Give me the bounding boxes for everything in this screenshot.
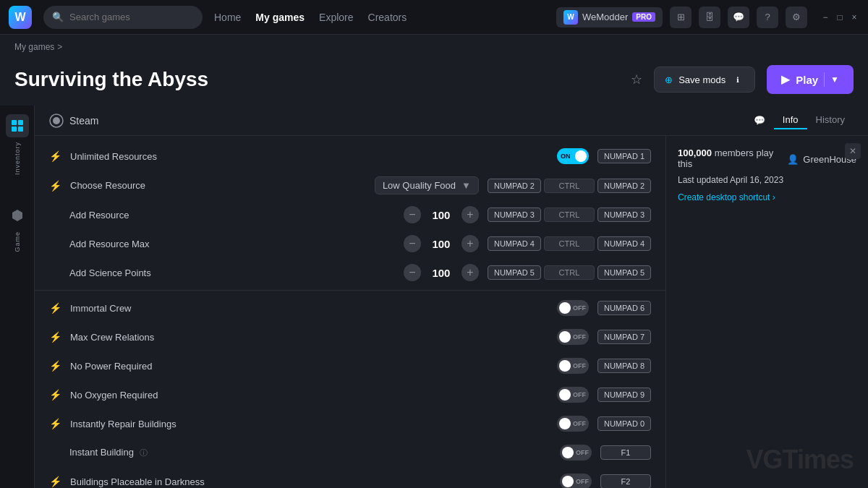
lightning-icon-choose: ⚡ [49, 180, 61, 192]
search-input[interactable] [69, 12, 194, 22]
toggle-knob-darkness [562, 476, 574, 487]
keybind-choose-2[interactable]: NUMPAD 2 [597, 179, 651, 193]
content-wrapper: Steam 💬 Info History ⚡ Unlimited Resourc… [35, 106, 868, 488]
sidebar-game-icon[interactable] [6, 204, 29, 227]
breadcrumb: My games > [0, 35, 868, 59]
user-avatar: W [563, 10, 578, 25]
keybind-science-2[interactable]: NUMPAD 5 [597, 265, 651, 280]
keybind-add-resource-1[interactable]: NUMPAD 3 [488, 207, 541, 222]
increment-add-resource-btn[interactable]: + [461, 206, 479, 223]
toggle-immortal-crew[interactable]: OFF [557, 300, 589, 316]
keybind-no-oxygen[interactable]: NUMPAD 9 [597, 388, 651, 402]
user-icon: 👤 [787, 154, 799, 165]
keybind-add-resource-ctrl[interactable]: CTRL [544, 207, 595, 222]
decrement-science-btn[interactable]: − [404, 264, 421, 281]
tab-history[interactable]: History [807, 111, 854, 129]
increment-science-btn[interactable]: + [461, 264, 479, 281]
close-panel-btn[interactable]: ✕ [845, 143, 861, 159]
toggle-unlimited-resources[interactable]: ON [557, 148, 589, 164]
help-icon-btn[interactable]: ? [757, 7, 778, 28]
controller-icon-btn[interactable]: ⊞ [670, 7, 692, 28]
toggle-knob-repair [559, 418, 571, 429]
mod-name-buildings-darkness: Buildings Placeable in Darkness [70, 476, 551, 487]
keybind-no-power[interactable]: NUMPAD 8 [597, 359, 651, 373]
settings-icon-btn[interactable]: ⚙ [786, 7, 807, 28]
discord-icon-btn[interactable]: 💬 [728, 7, 749, 28]
play-button[interactable]: ▶ Play ▼ [767, 65, 854, 94]
toggle-label-crew: OFF [573, 333, 586, 341]
mod-row-add-resource: Add Resource − 100 + NUMPAD 3 CTRL NUMPA… [35, 200, 665, 229]
mod-row-no-oxygen: ⚡ No Oxygen Required OFF NUMPAD 9 [35, 380, 665, 409]
mod-name-add-resource: Add Resource [69, 210, 395, 221]
search-bar[interactable]: 🔍 [43, 6, 203, 29]
keybind-unlimited-resources[interactable]: NUMPAD 1 [597, 149, 651, 163]
user-badge[interactable]: W WeModder PRO [556, 7, 663, 27]
keybind-science-ctrl[interactable]: CTRL [544, 265, 595, 280]
toggle-buildings-darkness[interactable]: OFF [560, 474, 592, 488]
dropdown-arrow-icon: ▼ [461, 180, 471, 191]
keybind-instant-building[interactable]: F1 [600, 445, 651, 460]
game-header: Surviving the Abyss ☆ ⊕ Save mods ℹ ▶ Pl… [0, 59, 868, 106]
info-icon-instant-building[interactable]: ⓘ [140, 448, 148, 457]
maximize-btn[interactable]: □ [835, 12, 845, 22]
close-btn[interactable]: × [849, 12, 859, 22]
toggle-label-off: OFF [573, 304, 586, 312]
tab-info[interactable]: Info [774, 111, 807, 129]
svg-point-5 [53, 117, 60, 124]
mod-name-add-resource-max: Add Resource Max [69, 239, 395, 249]
decrement-add-max-btn[interactable]: − [404, 235, 421, 252]
mod-name-choose-resource: Choose Resource [70, 180, 366, 191]
keybind-max-crew[interactable]: NUMPAD 7 [597, 330, 651, 344]
keybind-choose-ctrl[interactable]: CTRL [544, 179, 595, 193]
svg-rect-2 [12, 127, 17, 132]
main-layout: Inventory Game Steam 💬 Info History [0, 106, 868, 488]
favorite-star-btn[interactable]: ☆ [631, 72, 642, 87]
right-panel: ✕ 100,000 members play this 👤 GreenHouse… [665, 136, 868, 488]
toggle-label-on: ON [561, 153, 571, 160]
toggle-label-power: OFF [573, 362, 586, 369]
play-dropdown-arrow[interactable]: ▼ [830, 74, 839, 85]
nav-home[interactable]: Home [214, 12, 241, 23]
toggle-instant-repair[interactable]: OFF [557, 416, 589, 432]
toggle-instant-building[interactable]: OFF [560, 445, 592, 461]
mod-row-no-power: ⚡ No Power Required OFF NUMPAD 8 [35, 351, 665, 380]
storage-icon-btn[interactable]: 🗄 [699, 7, 720, 28]
toggle-no-power[interactable]: OFF [557, 358, 589, 374]
breadcrumb-parent[interactable]: My games [14, 42, 54, 52]
toggle-no-oxygen[interactable]: OFF [557, 387, 589, 403]
keybind-immortal-crew[interactable]: NUMPAD 6 [597, 301, 651, 315]
save-mods-info-icon: ℹ [731, 73, 744, 86]
mod-name-instant-repair: Instantly Repair Buildings [70, 419, 548, 429]
keybind-add-max-2[interactable]: NUMPAD 4 [597, 236, 651, 251]
search-icon: 🔍 [52, 12, 64, 22]
keybind-add-resource-2[interactable]: NUMPAD 3 [597, 207, 651, 222]
sidebar: Inventory Game [0, 106, 35, 488]
keybind-add-max-1[interactable]: NUMPAD 4 [488, 236, 541, 251]
increment-add-max-btn[interactable]: + [461, 235, 479, 252]
keybind-add-max-ctrl[interactable]: CTRL [544, 236, 595, 251]
desktop-link-btn[interactable]: Create desktop shortcut › [678, 192, 856, 202]
toggle-max-crew[interactable]: OFF [557, 329, 589, 345]
save-mods-button[interactable]: ⊕ Save mods ℹ [654, 67, 755, 93]
sidebar-inventory-icon[interactable] [6, 114, 29, 137]
nav-mygames[interactable]: My games [255, 12, 305, 23]
svg-rect-1 [18, 120, 23, 125]
keybind-science-1[interactable]: NUMPAD 5 [488, 265, 541, 280]
nav-creators[interactable]: Creators [368, 12, 407, 23]
section-tabs: Info History [774, 111, 854, 129]
toggle-label-repair: OFF [573, 420, 586, 427]
keybind-choose-1[interactable]: NUMPAD 2 [488, 179, 541, 193]
nav-explore[interactable]: Explore [319, 12, 353, 23]
stepper-add-science: − 100 + [404, 264, 479, 281]
window-controls: − □ × [820, 12, 859, 22]
mod-name-no-oxygen: No Oxygen Required [70, 390, 548, 401]
decrement-add-resource-btn[interactable]: − [404, 206, 421, 223]
keybind-instant-repair[interactable]: NUMPAD 0 [597, 416, 651, 431]
minimize-btn[interactable]: − [820, 12, 830, 22]
toggle-knob-immortal [559, 302, 571, 314]
keybind-buildings-darkness[interactable]: F2 [600, 474, 651, 488]
mod-name-unlimited-resources: Unlimited Resources [70, 151, 548, 162]
lightning-icon-unlimited: ⚡ [49, 150, 61, 162]
comments-icon[interactable]: 💬 [754, 115, 765, 126]
resource-select-dropdown[interactable]: Low Quality Food ▼ [375, 176, 479, 194]
